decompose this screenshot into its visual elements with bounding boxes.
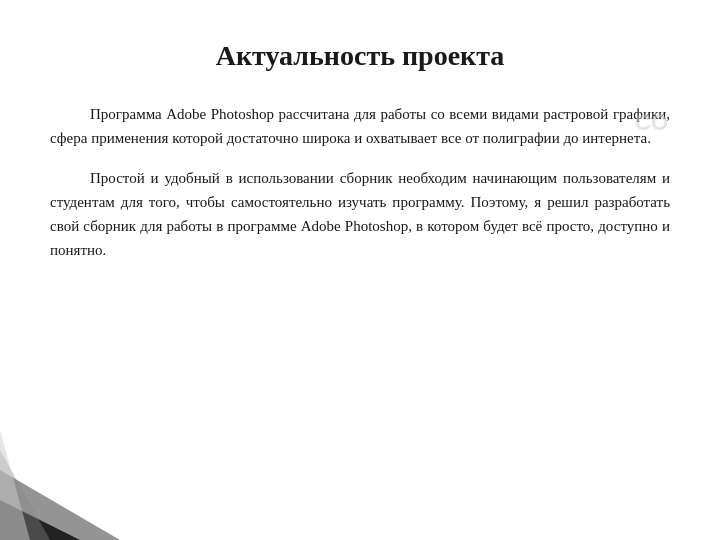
paragraph-2: Простой и удобный в использовании сборни… — [50, 166, 670, 262]
paragraph-1: Программа Adobe Photoshop рассчитана для… — [50, 102, 670, 150]
slide-title: Актуальность проекта — [50, 40, 670, 72]
slide-container: Актуальность проекта Программа Adobe Pho… — [0, 0, 720, 540]
corner-decoration — [0, 420, 200, 540]
slide-body: Программа Adobe Photoshop рассчитана для… — [50, 102, 670, 262]
co-badge: CO — [635, 110, 668, 136]
